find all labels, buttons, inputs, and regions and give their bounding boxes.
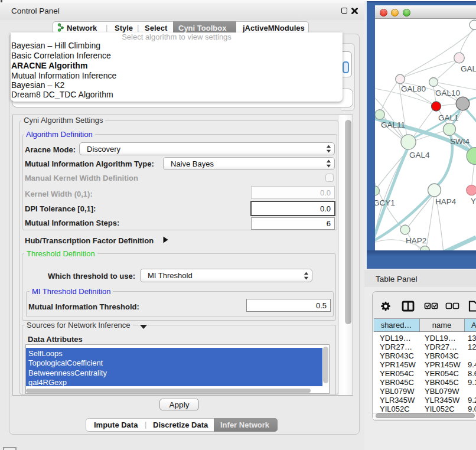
svg-text:GCY1: GCY1 xyxy=(375,198,395,207)
svg-text:GAL: GAL xyxy=(461,64,476,73)
svg-text:GAL10: GAL10 xyxy=(435,89,460,97)
svg-text:GAL11: GAL11 xyxy=(381,120,405,129)
svg-text:HAP4: HAP4 xyxy=(435,197,457,206)
svg-text:GAL80: GAL80 xyxy=(401,84,426,93)
svg-text:YJ: YJ xyxy=(471,197,476,206)
svg-text:HAP2: HAP2 xyxy=(406,236,426,245)
svg-text:SWI4: SWI4 xyxy=(450,137,470,146)
svg-text:GAL1: GAL1 xyxy=(438,113,459,122)
svg-text:GAL4: GAL4 xyxy=(409,151,430,159)
